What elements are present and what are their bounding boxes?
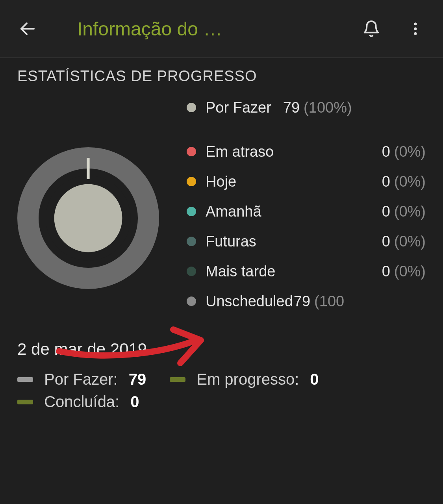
summary-value: 0 [130,393,139,411]
summary-label: Em progresso: [196,371,299,388]
page-title: Informação do … [77,18,353,40]
dot-icon [187,267,196,276]
dot-icon [187,103,196,112]
legend-label: Amanhã [206,203,261,220]
legend-row-today[interactable]: Hoje 0 (0%) [187,167,426,196]
legend-value: 0 [379,263,390,280]
summary-value: 79 [129,371,146,388]
legend-value: 0 [379,203,390,220]
legend-value: 79 [280,99,300,116]
legend-percent: (100%) [304,99,352,116]
section-title: ESTATÍSTICAS DE PROGRESSO [0,58,443,89]
summary-value: 0 [310,371,319,388]
summary-label: Concluída: [44,393,119,411]
svg-point-2 [414,28,417,30]
donut-icon [17,147,159,289]
notifications-button[interactable] [361,19,382,39]
legend-row-unscheduled[interactable]: Unscheduled 79 (100 [187,286,426,316]
dash-icon [17,400,33,404]
progress-donut-chart [17,93,183,316]
overflow-menu-button[interactable] [405,19,426,39]
legend-label: Por Fazer [206,99,271,116]
legend-percent: (0%) [394,263,426,280]
legend-row-todo-total[interactable]: Por Fazer 79 (100%) [187,93,426,122]
legend-percent: (100 [314,293,344,310]
legend-percent: (0%) [394,173,426,190]
legend-label: Em atraso [206,143,274,160]
svg-point-3 [414,32,417,35]
summary-label: Por Fazer: [44,371,118,388]
summary-in-progress: Em progresso: 0 [170,371,319,388]
dash-icon [170,377,185,382]
svg-point-1 [414,22,417,25]
legend-value: 79 [293,293,310,310]
arrow-left-icon [18,19,37,38]
summary-todo: Por Fazer: 79 [17,371,146,388]
dot-icon [187,177,196,186]
dot-icon [187,237,196,246]
legend-percent: (0%) [394,143,426,160]
legend-row-tomorrow[interactable]: Amanhã 0 (0%) [187,196,426,226]
legend-percent: (0%) [394,203,426,220]
summary-stats: Por Fazer: 79 Em progresso: 0 Concluída:… [0,359,443,411]
legend-row-future[interactable]: Futuras 0 (0%) [187,226,426,256]
legend-value: 0 [379,233,390,250]
legend-row-later[interactable]: Mais tarde 0 (0%) [187,256,426,286]
header-actions [361,19,426,39]
progress-legend: Por Fazer 79 (100%) Em atraso 0 (0%) Hoj… [183,93,426,316]
legend-label: Unscheduled [206,293,293,310]
legend-value: 0 [379,173,390,190]
dot-icon [187,147,196,156]
svg-rect-7 [87,158,89,179]
dot-icon [187,296,196,306]
bell-icon [362,20,380,38]
summary-completed: Concluída: 0 [17,393,175,411]
more-vert-icon [407,20,424,37]
progress-stats: Por Fazer 79 (100%) Em atraso 0 (0%) Hoj… [0,89,443,316]
app-header: Informação do … [0,0,443,58]
legend-label: Mais tarde [206,263,275,280]
back-button[interactable] [17,19,38,39]
svg-point-6 [54,184,122,252]
dash-icon [17,377,33,382]
legend-row-overdue[interactable]: Em atraso 0 (0%) [187,137,426,167]
legend-label: Futuras [206,233,256,250]
date-label: 2 de mar de 2019 [0,316,443,359]
dot-icon [187,207,196,216]
legend-value: 0 [379,143,390,160]
legend-percent: (0%) [394,233,426,250]
legend-label: Hoje [206,173,236,190]
